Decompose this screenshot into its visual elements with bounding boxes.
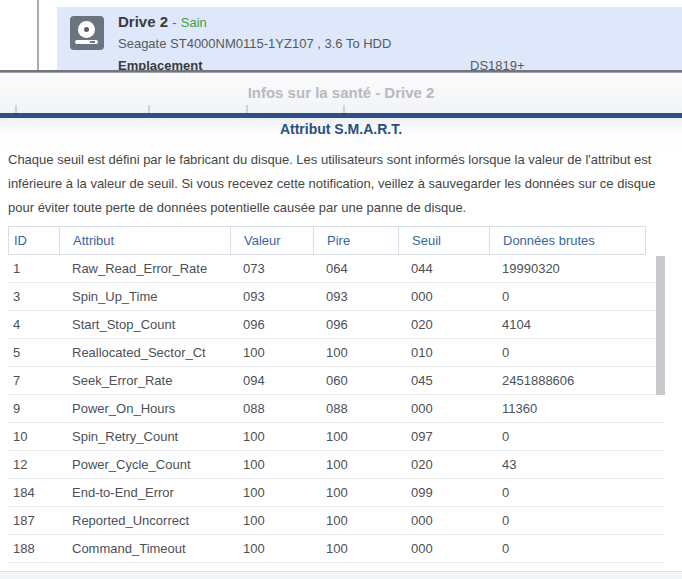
cell-threshold: 045 <box>398 367 489 394</box>
drive-location-value: DS1819+ <box>470 58 525 70</box>
cell-attribute: Spin_Up_Time <box>59 283 230 310</box>
tab-separator <box>246 105 248 113</box>
cell-value: 100 <box>230 535 313 562</box>
cell-value: 094 <box>230 367 313 394</box>
cell-threshold: 010 <box>398 339 489 366</box>
cell-threshold: 097 <box>398 423 489 450</box>
background-app-area: Drive 2 - Sain Seagate ST4000NM0115-1YZ1… <box>0 0 682 70</box>
table-row[interactable]: 5Reallocated_Sector_Ct1001000100 <box>8 339 665 367</box>
cell-raw: 0 <box>489 507 665 534</box>
cell-worst: 064 <box>313 255 398 282</box>
cell-threshold: 000 <box>398 395 489 422</box>
dialog-title: Infos sur la santé - Drive 2 <box>0 73 682 113</box>
cell-value: 073 <box>230 255 313 282</box>
cell-worst: 093 <box>313 283 398 310</box>
drive-location-label: Emplacement <box>118 58 203 70</box>
column-header-donnees-brutes[interactable]: Données brutes <box>490 227 645 254</box>
cell-attribute: Reallocated_Sector_Ct <box>59 339 230 366</box>
cell-raw: 2451888606 <box>489 367 665 394</box>
cell-id: 9 <box>8 395 59 422</box>
drive-title: Drive 2 - Sain <box>118 13 207 30</box>
table-row[interactable]: 184End-to-End_Error1001000990 <box>8 479 665 507</box>
cell-worst: 100 <box>313 507 398 534</box>
cell-threshold: 020 <box>398 311 489 338</box>
smart-description: Chaque seuil est défini par le fabricant… <box>8 148 666 220</box>
cell-raw: 0 <box>489 423 665 450</box>
table-row[interactable]: 3Spin_Up_Time0930930000 <box>8 283 665 311</box>
cell-value: 100 <box>230 479 313 506</box>
cell-threshold: 000 <box>398 507 489 534</box>
health-info-dialog: Infos sur la santé - Drive 2 Attribut S.… <box>0 70 682 579</box>
cell-raw: 19990320 <box>489 255 665 282</box>
dialog-titlebar[interactable]: Infos sur la santé - Drive 2 <box>0 73 682 113</box>
cell-attribute: End-to-End_Error <box>59 479 230 506</box>
cell-id: 7 <box>8 367 59 394</box>
cell-raw: 11360 <box>489 395 665 422</box>
smart-table-body: 1Raw_Read_Error_Rate073064044199903203Sp… <box>8 255 665 563</box>
cell-attribute: Seek_Error_Rate <box>59 367 230 394</box>
hdd-icon <box>70 16 104 50</box>
background-scrollbar[interactable] <box>37 0 39 70</box>
cell-attribute: Power_On_Hours <box>59 395 230 422</box>
cell-value: 100 <box>230 507 313 534</box>
drive-model: Seagate ST4000NM0115-1YZ107 , 3.6 To HDD <box>118 36 391 51</box>
cell-threshold: 099 <box>398 479 489 506</box>
cell-attribute: Spin_Retry_Count <box>59 423 230 450</box>
cell-raw: 0 <box>489 535 665 562</box>
cell-attribute: Command_Timeout <box>59 535 230 562</box>
cell-raw: 43 <box>489 451 665 478</box>
cell-id: 12 <box>8 451 59 478</box>
cell-attribute: Reported_Uncorrect <box>59 507 230 534</box>
column-header-attribut[interactable]: Attribut <box>60 227 231 254</box>
table-row[interactable]: 187Reported_Uncorrect1001000000 <box>8 507 665 535</box>
drive-status-badge: Sain <box>181 15 207 30</box>
cell-id: 1 <box>8 255 59 282</box>
column-header-seuil[interactable]: Seuil <box>399 227 490 254</box>
cell-threshold: 020 <box>398 451 489 478</box>
cell-raw: 4104 <box>489 311 665 338</box>
dialog-footer <box>0 571 682 579</box>
table-row[interactable]: 9Power_On_Hours08808800011360 <box>8 395 665 423</box>
column-header-pire[interactable]: Pire <box>314 227 399 254</box>
cell-id: 187 <box>8 507 59 534</box>
cell-id: 5 <box>8 339 59 366</box>
cell-worst: 096 <box>313 311 398 338</box>
cell-worst: 088 <box>313 395 398 422</box>
cell-worst: 100 <box>313 535 398 562</box>
tab-separator <box>343 105 345 113</box>
cell-attribute: Raw_Read_Error_Rate <box>59 255 230 282</box>
table-scrollbar-thumb[interactable] <box>656 256 665 395</box>
cell-worst: 060 <box>313 367 398 394</box>
cell-id: 188 <box>8 535 59 562</box>
cell-id: 184 <box>8 479 59 506</box>
table-row[interactable]: 1Raw_Read_Error_Rate07306404419990320 <box>8 255 665 283</box>
tab-separator <box>148 105 150 113</box>
cell-threshold: 044 <box>398 255 489 282</box>
column-header-id[interactable]: ID <box>9 227 60 254</box>
cell-value: 093 <box>230 283 313 310</box>
table-row[interactable]: 12Power_Cycle_Count10010002043 <box>8 451 665 479</box>
cell-value: 100 <box>230 451 313 478</box>
cell-value: 100 <box>230 423 313 450</box>
cell-raw: 0 <box>489 339 665 366</box>
smart-section-title: Attribut S.M.A.R.T. <box>0 121 682 137</box>
cell-raw: 0 <box>489 283 665 310</box>
cell-raw: 0 <box>489 479 665 506</box>
cell-value: 096 <box>230 311 313 338</box>
cell-attribute: Start_Stop_Count <box>59 311 230 338</box>
cell-attribute: Power_Cycle_Count <box>59 451 230 478</box>
tab-separator <box>15 105 17 113</box>
table-row[interactable]: 10Spin_Retry_Count1001000970 <box>8 423 665 451</box>
cell-worst: 100 <box>313 339 398 366</box>
drive-summary-panel[interactable]: Drive 2 - Sain Seagate ST4000NM0115-1YZ1… <box>57 7 682 70</box>
cell-threshold: 000 <box>398 535 489 562</box>
cell-threshold: 000 <box>398 283 489 310</box>
table-row[interactable]: 4Start_Stop_Count0960960204104 <box>8 311 665 339</box>
table-row[interactable]: 7Seek_Error_Rate0940600452451888606 <box>8 367 665 395</box>
cell-worst: 100 <box>313 423 398 450</box>
table-row[interactable]: 188Command_Timeout1001000000 <box>8 535 665 563</box>
column-header-valeur[interactable]: Valeur <box>231 227 314 254</box>
smart-table-header: ID Attribut Valeur Pire Seuil Données br… <box>8 226 646 255</box>
dialog-content: Attribut S.M.A.R.T. Chaque seuil est déf… <box>0 118 682 572</box>
cell-id: 10 <box>8 423 59 450</box>
